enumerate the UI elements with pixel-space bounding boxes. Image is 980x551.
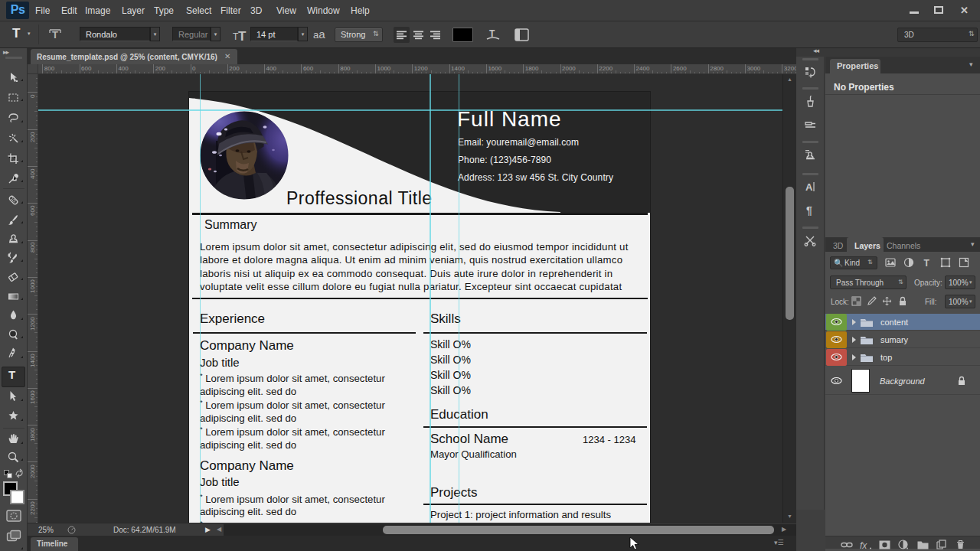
svg-text:T: T <box>924 258 930 268</box>
svg-text:T: T <box>238 29 247 43</box>
svg-text:A: A <box>805 181 813 193</box>
svg-text:fx: fx <box>860 540 867 549</box>
svg-text:T: T <box>52 29 58 41</box>
svg-text:¶: ¶ <box>806 204 812 217</box>
